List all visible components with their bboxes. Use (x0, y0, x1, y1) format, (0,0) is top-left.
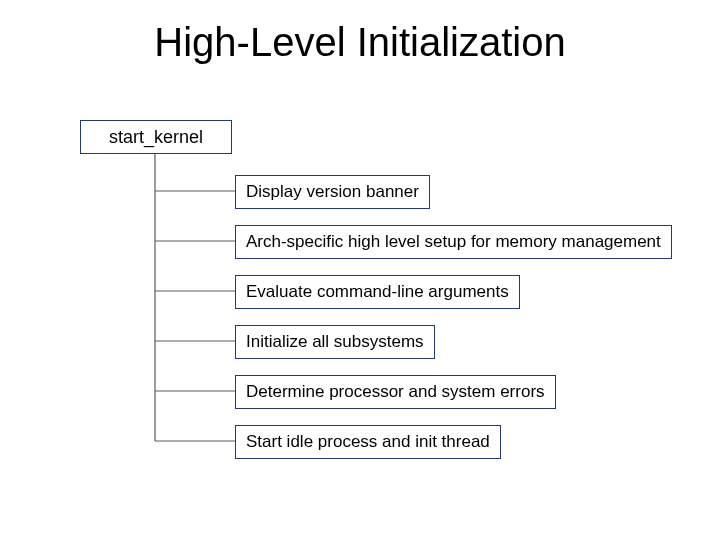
child-node: Display version banner (235, 175, 430, 209)
child-node: Initialize all subsystems (235, 325, 435, 359)
child-node: Determine processor and system errors (235, 375, 556, 409)
child-node: Start idle process and init thread (235, 425, 501, 459)
child-node-label: Determine processor and system errors (246, 382, 545, 402)
child-node: Evaluate command-line arguments (235, 275, 520, 309)
page-title: High-Level Initialization (0, 20, 720, 65)
root-node-label: start_kernel (109, 127, 203, 148)
root-node: start_kernel (80, 120, 232, 154)
child-node-label: Initialize all subsystems (246, 332, 424, 352)
connector-lines (0, 0, 720, 540)
child-node-label: Evaluate command-line arguments (246, 282, 509, 302)
child-node: Arch-specific high level setup for memor… (235, 225, 672, 259)
child-node-label: Start idle process and init thread (246, 432, 490, 452)
child-node-label: Arch-specific high level setup for memor… (246, 232, 661, 252)
child-node-label: Display version banner (246, 182, 419, 202)
